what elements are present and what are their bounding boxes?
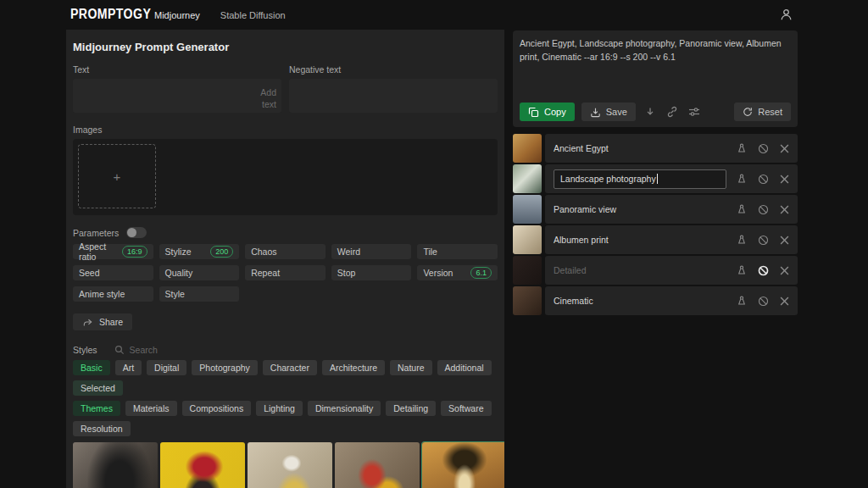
ban-icon: [758, 174, 769, 185]
style-cards: Action movie Afrofuturism Age of Enlight…: [73, 442, 498, 488]
term-thumbnail: [513, 256, 542, 285]
chip-architecture[interactable]: Architecture: [322, 360, 385, 375]
term-exclude-button[interactable]: [758, 235, 769, 246]
style-card-american-football[interactable]: American football: [335, 442, 420, 488]
param-quality[interactable]: Quality: [159, 265, 240, 280]
text-label: Text: [73, 64, 281, 75]
term-weight-button[interactable]: [737, 296, 747, 306]
term-edit-input[interactable]: Landscape photography: [554, 169, 726, 189]
nav-item-stable-diffusion[interactable]: Stable Diffusion: [220, 10, 286, 20]
text-input[interactable]: Add text: [73, 79, 281, 113]
parameter-value-badge: 6.1: [470, 267, 492, 279]
term-label: Cinematic: [554, 296, 737, 306]
term-remove-button[interactable]: [780, 236, 789, 245]
images-dropzone: +: [73, 139, 498, 215]
style-card-action-movie[interactable]: Action movie: [73, 442, 158, 488]
download-button[interactable]: [643, 104, 658, 119]
page-title: Midjourney Prompt Generator: [73, 41, 498, 53]
parameters-toggle[interactable]: [126, 227, 147, 238]
chip-character[interactable]: Character: [263, 360, 317, 375]
term-remove-button[interactable]: [780, 175, 789, 184]
term-body[interactable]: Detailed: [545, 256, 798, 285]
add-image-button[interactable]: +: [78, 144, 156, 208]
style-card-age-of-enlightenment[interactable]: Age of Enlightenment: [248, 442, 332, 488]
negative-text-input[interactable]: [289, 79, 498, 113]
weight-icon: [737, 174, 747, 184]
style-card-afrofuturism[interactable]: Afrofuturism: [160, 442, 245, 488]
save-button[interactable]: Save: [581, 103, 636, 121]
style-card-ancient-egypt[interactable]: Ancient Egypt: [422, 442, 504, 488]
param-tile[interactable]: Tile: [417, 244, 498, 259]
param-style[interactable]: Style: [159, 286, 240, 302]
parameter-value-badge: 200: [210, 246, 233, 258]
user-account-button[interactable]: [779, 8, 793, 22]
param-anime-style[interactable]: Anime style: [73, 286, 153, 302]
chip-basic[interactable]: Basic: [73, 360, 110, 375]
term-exclude-button[interactable]: [758, 174, 769, 185]
param-version[interactable]: Version 6.1: [417, 265, 498, 280]
chip-photography[interactable]: Photography: [192, 360, 258, 375]
param-aspect-ratio[interactable]: Aspect ratio 16:9: [73, 244, 153, 259]
param-weird[interactable]: Weird: [331, 244, 412, 259]
param-stylize[interactable]: Stylize 200: [159, 244, 240, 259]
styles-search-input[interactable]: Search: [114, 345, 158, 355]
prompt-text[interactable]: Ancient Egypt, Landscape photography, Pa…: [520, 37, 791, 64]
nav-item-midjourney[interactable]: Midjourney: [154, 10, 200, 20]
user-icon: [779, 8, 793, 22]
term-remove-button[interactable]: [780, 144, 789, 153]
link-button[interactable]: [665, 104, 680, 119]
term-weight-button[interactable]: [737, 204, 747, 214]
term-exclude-button[interactable]: [758, 265, 769, 276]
term-remove-button[interactable]: [780, 266, 789, 275]
chip-selected[interactable]: Selected: [73, 380, 123, 396]
term-exclude-button[interactable]: [758, 296, 769, 307]
chip-software[interactable]: Software: [441, 401, 491, 416]
chip-dimensionality[interactable]: Dimensionality: [308, 401, 381, 416]
advanced-options-button[interactable]: [687, 104, 702, 119]
param-chaos[interactable]: Chaos: [245, 244, 326, 259]
term-remove-button[interactable]: [780, 205, 789, 214]
ban-icon: [758, 235, 769, 246]
term-edit-value: Landscape photography: [560, 174, 656, 184]
x-icon: [780, 297, 789, 306]
share-button[interactable]: Share: [73, 313, 132, 330]
param-seed[interactable]: Seed: [73, 265, 153, 280]
chip-digital[interactable]: Digital: [147, 360, 186, 375]
sliders-icon: [688, 106, 700, 118]
weight-icon: [737, 296, 747, 306]
parameter-label: Version: [423, 268, 453, 278]
plus-icon: +: [114, 169, 121, 184]
term-body[interactable]: Panoramic view: [545, 195, 798, 224]
chip-themes[interactable]: Themes: [73, 401, 120, 416]
term-exclude-button[interactable]: [758, 204, 769, 215]
term-weight-button[interactable]: [737, 265, 747, 275]
chip-additional[interactable]: Additional: [437, 360, 492, 375]
term-body[interactable]: Cinematic: [545, 286, 798, 315]
x-icon: [780, 236, 789, 245]
term-body[interactable]: Ancient Egypt: [545, 134, 798, 163]
term-body[interactable]: Landscape photography: [545, 164, 798, 193]
term-weight-button[interactable]: [737, 235, 747, 245]
term-weight-button[interactable]: [737, 143, 747, 153]
chip-detailing[interactable]: Detailing: [386, 401, 436, 416]
save-icon: [590, 107, 601, 118]
term-thumbnail: [513, 164, 542, 193]
param-stop[interactable]: Stop: [331, 265, 412, 280]
chip-materials[interactable]: Materials: [125, 401, 177, 416]
chip-lighting[interactable]: Lighting: [256, 401, 303, 416]
term-remove-button[interactable]: [780, 297, 789, 306]
chip-compositions[interactable]: Compositions: [182, 401, 252, 416]
chip-art[interactable]: Art: [115, 360, 142, 375]
copy-button[interactable]: Copy: [520, 103, 575, 121]
ban-icon: [758, 143, 769, 154]
term-row-cinematic: Cinematic: [513, 286, 798, 315]
term-weight-button[interactable]: [737, 174, 747, 184]
toggle-knob: [127, 228, 136, 237]
chip-nature[interactable]: Nature: [390, 360, 432, 375]
param-repeat[interactable]: Repeat: [245, 265, 326, 280]
term-exclude-button[interactable]: [758, 143, 769, 154]
term-body[interactable]: Albumen print: [545, 225, 798, 254]
reset-button[interactable]: Reset: [734, 103, 791, 121]
term-actions: [737, 235, 789, 246]
chip-resolution[interactable]: Resolution: [73, 421, 131, 436]
